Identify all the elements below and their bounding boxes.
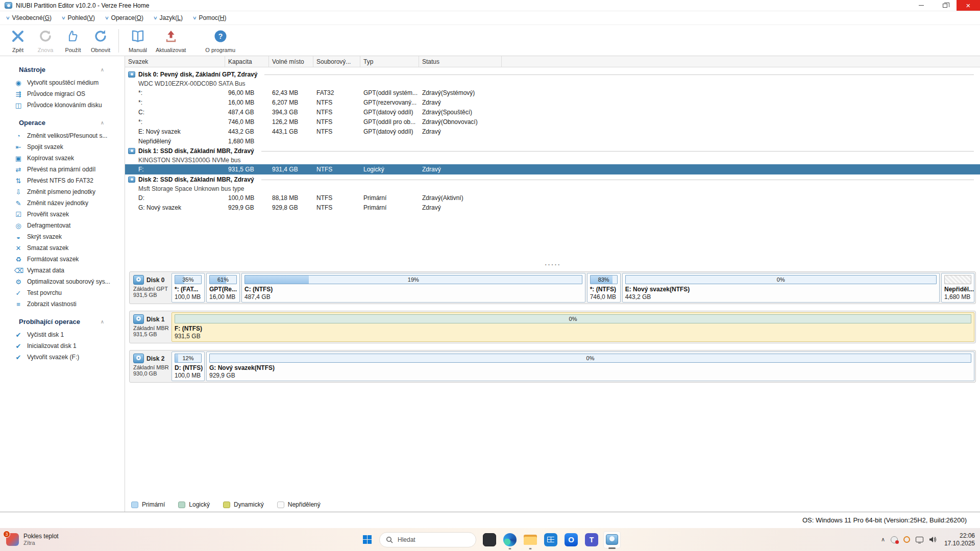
volume-row[interactable]: C:487,4 GB394,3 GBNTFSGPT(datový oddíl)Z… — [125, 107, 980, 117]
disk-map-label: Disk 0Základní GPT931,5 GB — [131, 273, 172, 303]
sidebar-item-rename-volume[interactable]: ✎Změnit název jednotky — [0, 197, 125, 209]
partition-block[interactable]: 0%G: Nový svazek(NTFS)929,9 GB — [206, 352, 974, 381]
sidebar-item-drive-letter[interactable]: ⇩Změnit písmeno jednotky — [0, 186, 125, 197]
column-header[interactable]: Svazek — [125, 56, 225, 67]
usage-bar: 61% — [209, 275, 237, 284]
volume-cell: 126,2 MB — [269, 118, 313, 126]
sidebar-section-header[interactable]: Probíhající operace∧ — [0, 314, 125, 329]
sidebar-item-optimize-fs[interactable]: ⚙Optimalizovat souborový sys... — [0, 276, 125, 287]
sidebar-item-defragment[interactable]: ◎Defragmentovat — [0, 220, 125, 231]
partition-block[interactable]: 19%C: (NTFS)487,4 GB — [241, 273, 585, 303]
sidebar-item-surface-test[interactable]: ✓Test povrchu — [0, 287, 125, 298]
restore-button[interactable] — [933, 0, 957, 11]
sidebar-item-disk-clone[interactable]: ◫Průvodce klonováním disku — [0, 99, 125, 111]
chevron-up-icon[interactable]: ∧ — [101, 67, 104, 72]
tray-update-icon[interactable] — [903, 536, 910, 543]
sidebar-item-wipe-data[interactable]: ⌫Vymazat data — [0, 265, 125, 276]
legend-label: Dynamický — [234, 501, 264, 508]
tray-display-icon[interactable] — [916, 537, 923, 542]
sidebar-item-hide-volume[interactable]: ◒Skrýt svazek — [0, 231, 125, 242]
sidebar-item-delete-volume[interactable]: ✕Smazat svazek — [0, 242, 125, 254]
partition-block[interactable]: Nepřiděl...1,680 MB — [941, 273, 974, 303]
splitter-handle[interactable] — [125, 261, 980, 267]
column-header[interactable]: Status — [419, 56, 502, 67]
volume-row[interactable]: D:100,0 MB88,18 MBNTFSPrimárníZdravý(Akt… — [125, 193, 980, 203]
volume-row[interactable]: F:931,5 GB931,4 GBNTFSLogickýZdravý — [125, 164, 980, 174]
taskbar-search[interactable]: Hledat — [379, 532, 476, 547]
disk-size: 931,5 GB — [133, 331, 170, 337]
sidebar-item-check-volume[interactable]: ☑Prověřit svazek — [0, 209, 125, 220]
redo-button[interactable]: Znova — [32, 29, 59, 53]
column-header[interactable]: Volné místo — [269, 56, 313, 67]
taskbar-app-app-dark[interactable] — [481, 531, 498, 548]
sidebar-item-check-done[interactable]: ✔Vytvořit svazek (F:) — [0, 352, 125, 363]
clock-time: 22:06 — [944, 532, 975, 540]
chevron-up-icon[interactable]: ∧ — [101, 319, 104, 324]
sidebar-item-properties[interactable]: ≡Zobrazit vlastnosti — [0, 298, 125, 310]
disk-map-label: Disk 1Základní MBR931,5 GB — [131, 312, 172, 342]
partition-block[interactable]: 0%E: Nový svazek(NTFS)443,2 GB — [622, 273, 940, 303]
partition-block[interactable]: 12%D: (NTFS)100,0 MB — [172, 352, 205, 381]
usage-bar: 19% — [244, 275, 582, 284]
partition-block[interactable]: 83%*: (NTFS)746,0 MB — [587, 273, 621, 303]
sidebar-item-check-done[interactable]: ✔Inicializovat disk 1 — [0, 340, 125, 352]
menu-item-G[interactable]: ∨Všeobecné(G) — [2, 12, 58, 23]
chevron-up-icon[interactable]: ∧ — [101, 120, 104, 126]
minimize-button[interactable] — [910, 0, 933, 11]
column-header[interactable]: Kapacita — [225, 56, 269, 67]
close-button[interactable]: × — [957, 0, 980, 11]
disk-group-header[interactable]: Disk 2: SSD disk, Základní MBR, Zdravý — [125, 174, 980, 185]
partition-block[interactable]: 35%*: (FAT...100,0 MB — [172, 273, 205, 303]
menu-item-H[interactable]: ∨Pomoc(H) — [189, 12, 233, 23]
taskbar-app-file-explorer[interactable] — [522, 531, 539, 548]
menu-item-V[interactable]: ∨Pohled(V) — [58, 12, 101, 23]
partition-block[interactable]: 0%F: (NTFS)931,5 GB — [172, 312, 974, 342]
sidebar-section-header[interactable]: Operace∧ — [0, 115, 125, 130]
sidebar-item-format-volume[interactable]: ♻Formátovat svazek — [0, 254, 125, 265]
volume-row[interactable]: *:16,00 MB6,207 MBNTFSGPT(rezervovaný...… — [125, 97, 980, 107]
menu-item-O[interactable]: ∨Operace(O) — [101, 12, 150, 23]
update-button[interactable]: Aktualizovat — [152, 29, 190, 53]
sidebar-item-copy-volume[interactable]: ▣Kopírovat svazek — [0, 153, 125, 164]
column-header[interactable]: Souborový... — [313, 56, 360, 67]
sidebar-item-convert-fs[interactable]: ⇅Převést NTFS do FAT32 — [0, 175, 125, 186]
sidebar-item-os-migration[interactable]: ⇶Průvodce migrací OS — [0, 88, 125, 99]
volume-row[interactable]: E: Nový svazek443,2 GB443,1 GBNTFSGPT(da… — [125, 127, 980, 136]
taskbar-app-teams[interactable]: T — [583, 531, 600, 548]
copy-volume-icon: ▣ — [14, 155, 22, 162]
sidebar-item-check-done[interactable]: ✔Vyčistit disk 1 — [0, 329, 125, 340]
volume-row[interactable]: Nepřidělený1,680 MB — [125, 136, 980, 146]
sidebar-item-resize-move[interactable]: ◔Změnit velikost/Přesunout s... — [0, 130, 125, 141]
refresh-button[interactable]: Obnovit — [87, 29, 114, 53]
disk-group-header[interactable]: Disk 1: SSD disk, Základní MBR, Zdravý — [125, 146, 980, 156]
start-button[interactable] — [359, 532, 375, 547]
undo-button[interactable]: Zpět — [4, 29, 32, 53]
about-button[interactable]: ?O programu — [201, 29, 239, 53]
sidebar-item-convert-primary[interactable]: ⇄Převést na primární oddíl — [0, 164, 125, 175]
menu-item-L[interactable]: ∨Jazyk(L) — [150, 12, 189, 23]
sidebar-section-header[interactable]: Nástroje∧ — [0, 62, 125, 77]
column-header[interactable]: Typ — [360, 56, 419, 67]
taskbar-weather-widget[interactable]: 3 Pokles teplot Zítra — [6, 533, 59, 546]
taskbar-app-store[interactable] — [542, 531, 559, 548]
volume-row[interactable]: *:746,0 MB126,2 MBNTFSGPT(oddíl pro ob..… — [125, 117, 980, 127]
taskbar-app-niubi[interactable] — [603, 531, 621, 548]
sidebar-item-merge-volume[interactable]: ⇤Spojit svazek — [0, 141, 125, 153]
partition-name: C: (NTFS) — [244, 286, 582, 293]
disk-group-header[interactable]: Disk 0: Pevný disk, Základní GPT, Zdravý — [125, 69, 980, 80]
taskbar-app-edge[interactable] — [501, 531, 519, 548]
volume-icon[interactable] — [929, 536, 937, 543]
taskbar-app-outlook[interactable]: O — [562, 531, 580, 548]
sidebar-item-label: Test povrchu — [27, 289, 62, 296]
sidebar: Nástroje∧◉Vytvořit spouštěcí médium⇶Prův… — [0, 56, 125, 512]
volume-row[interactable]: G: Nový svazek929,9 GB929,8 GBNTFSPrimár… — [125, 203, 980, 212]
sidebar-item-boot-media[interactable]: ◉Vytvořit spouštěcí médium — [0, 77, 125, 88]
manual-button[interactable]: Manuál — [124, 29, 152, 53]
apply-button[interactable]: Použít — [59, 29, 87, 53]
tray-chevron-up-icon[interactable]: ∧ — [881, 536, 885, 543]
taskbar-clock[interactable]: 22:06 17.10.2025 — [944, 532, 975, 547]
volume-row[interactable]: *:96,00 MB62,43 MBFAT32GPT(oddíl systém.… — [125, 88, 980, 97]
partition-block[interactable]: 61%GPT(Re...16,00 MB — [206, 273, 240, 303]
tray-alert-icon[interactable] — [891, 536, 898, 543]
legend-item: Logický — [178, 501, 210, 508]
